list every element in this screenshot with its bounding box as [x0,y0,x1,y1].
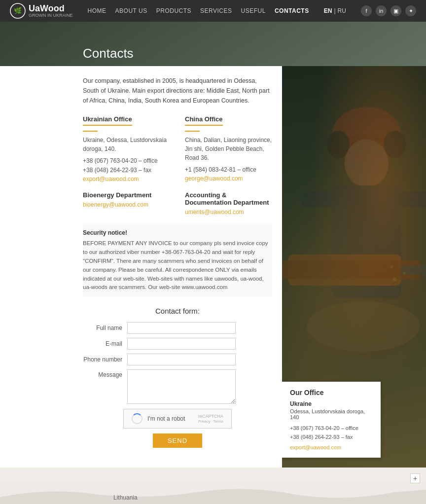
email-input[interactable] [127,338,236,350]
svg-text:🌿: 🌿 [14,6,22,15]
logo-icon: 🌿 [10,3,26,19]
facebook-icon[interactable]: f [361,5,372,16]
china-phones: +1 (584) 083-42-81 – office [185,165,272,175]
intro-paragraph: Our company, established in 2005, is hea… [83,76,272,106]
china-phone-office: +1 (584) 083-42-81 – office [185,165,272,175]
message-textarea[interactable] [127,369,236,404]
china-email-link[interactable]: george@uawood.com [185,175,243,182]
china-office: China Office China, Dalian, Liaoning pro… [185,115,272,182]
china-address: China, Dalian, Liaoning province, Jin sh… [185,136,272,162]
ukraine-phones: +38 (067) 763-04-20 – office +38 (048) 2… [83,156,170,175]
ukraine-phone-fax: +38 (048) 264-22-93 – fax [83,166,170,175]
bioenergy-email-link[interactable]: bioenergy@uawood.com [83,201,148,208]
contact-form-section: Contact form: Full name E-mail Phone num… [83,307,272,448]
captcha-logo: reCAPTCHAPrivacy · Terms [198,414,223,424]
send-button[interactable]: SEND [153,433,202,448]
logo-sub: GROWN IN UKRAINE [29,13,73,18]
header: 🌿 UaWood GROWN IN UKRAINE HOME ABOUT US … [0,0,426,22]
logo-text: UaWood [29,3,65,13]
our-office-card-country: Ukraine [290,400,373,407]
security-section: Security notice! BEFORE PAYMENT ANY INVO… [83,224,272,297]
fullname-row: Full name [83,322,272,334]
map-zoom-control[interactable]: + [410,473,420,483]
language-switcher: EN | RU [324,7,346,14]
ukraine-phone-office: +38 (067) 763-04-20 – office [83,156,170,166]
captcha-row: I'm not a robot reCAPTCHAPrivacy · Terms [83,409,272,429]
map-background: Lithuania Belarus Poland + [0,468,426,504]
fullname-input[interactable] [127,322,236,334]
our-office-card-email: export@uawood.com [290,443,373,451]
nav-products[interactable]: PRODUCTS [156,7,191,14]
instagram-icon[interactable]: ▣ [390,5,401,16]
hero-background [0,22,426,66]
nav-about[interactable]: ABOUT US [115,7,147,14]
right-image-area: Our Office Ukraine Odessa, Lustdorvskaia… [282,66,426,468]
nav-useful[interactable]: USEFUL [241,7,266,14]
our-office-card-phones: +38 (067) 763-04-20 – office +38 (048) 2… [290,424,373,441]
nav-services[interactable]: SERVICES [200,7,232,14]
linkedin-icon[interactable]: in [376,5,387,16]
logo[interactable]: 🌿 UaWood GROWN IN UKRAINE [10,3,73,19]
our-office-card-addr: Odessa, Lustdorvskaia doroga, 140 [290,408,373,420]
map-svg: Lithuania Belarus Poland [0,468,426,504]
bioenergy-title: Bioenergy Department [83,191,170,199]
nav-contacts[interactable]: CONTACTS [275,7,309,14]
our-office-email-link[interactable]: export@uawood.com [290,444,341,450]
message-row: Message [83,369,272,404]
our-office-card: Our Office Ukraine Odessa, Lustdorvskaia… [282,382,381,458]
phone-input[interactable] [127,354,236,365]
security-text: BEFORE PAYMENT ANY INVOICE to our compan… [83,239,272,292]
accounting-email: uments@uawood.com [185,208,272,216]
our-office-phone-fax: +38 (048) 264-22-93 – fax [290,433,373,442]
our-office-card-title: Our Office [290,389,373,396]
lang-en[interactable]: EN [324,7,332,14]
nav-home[interactable]: HOME [88,7,106,14]
accounting-dept: Accounting & Documentation Department um… [185,191,272,216]
contact-form-title: Contact form: [83,307,272,315]
china-office-title: China Office [185,115,223,126]
accounting-email-link[interactable]: uments@uawood.com [185,209,244,216]
email-row: E-mail [83,338,272,350]
ukraine-address: Ukraine, Odessa, Lustdorvskaia doroga, 1… [83,136,170,153]
departments-row: Bioenergy Department bioenergy@uawood.co… [83,191,272,216]
accounting-title: Accounting & Documentation Department [185,191,272,206]
ukraine-office-title: Ukrainian Office [83,115,132,126]
ukraine-office: Ukrainian Office Ukraine, Odessa, Lustdo… [83,115,170,182]
send-btn-row: SEND [83,433,272,448]
captcha-label: I'm not a robot [147,415,193,422]
social-icons-header: f in ▣ ✦ [361,5,416,16]
our-office-phone-office: +38 (067) 763-04-20 – office [290,424,373,433]
lang-sep: | [334,7,335,14]
email-label: E-mail [83,340,127,347]
phone-label: Phone number [83,356,127,363]
ukraine-email-link[interactable]: export@uawood.com [83,176,139,182]
china-email: george@uawood.com [185,175,272,182]
other-icon[interactable]: ✦ [405,5,416,16]
content-area: Our company, established in 2005, is hea… [0,66,282,468]
hero-section: Contacts [0,22,426,66]
main-wrapper: Our company, established in 2005, is hea… [0,66,426,468]
message-label: Message [83,369,127,378]
bioenergy-dept: Bioenergy Department bioenergy@uawood.co… [83,191,170,216]
security-title: Security notice! [83,229,272,236]
phone-row: Phone number [83,354,272,365]
offices-row: Ukrainian Office Ukraine, Odessa, Lustdo… [83,115,272,182]
fullname-label: Full name [83,324,127,331]
main-nav: HOME ABOUT US PRODUCTS SERVICES USEFUL C… [88,7,309,14]
svg-text:Lithuania: Lithuania [113,494,138,501]
bioenergy-email: bioenergy@uawood.com [83,201,170,208]
page-title: Contacts [83,46,134,61]
captcha-box[interactable]: I'm not a robot reCAPTCHAPrivacy · Terms [123,409,232,429]
ukraine-email: export@uawood.com [83,175,170,182]
map-section[interactable]: Lithuania Belarus Poland + [0,468,426,504]
lang-ru[interactable]: RU [338,7,346,14]
captcha-spinner [132,413,142,424]
